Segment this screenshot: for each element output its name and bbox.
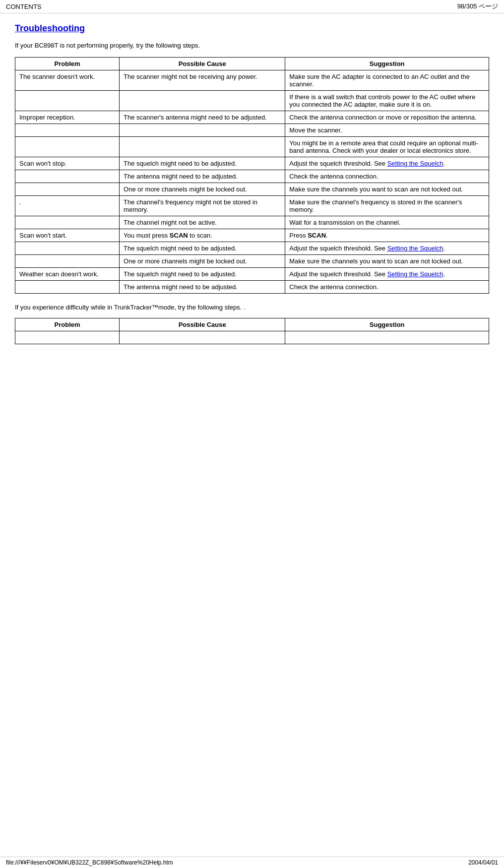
table-cell-cause: The antenna might need to be adjusted. [120, 170, 285, 183]
table-cell-cause [120, 137, 285, 157]
second-intro: If you experience difficulty while in Tr… [15, 304, 489, 311]
table-cell-suggestion: Press SCAN. [285, 229, 489, 242]
th-problem-2: Problem [15, 318, 120, 331]
table-cell-suggestion: Check the antenna connection. [285, 170, 489, 183]
table-cell-suggestion: Adjust the squelch threshold. See Settin… [285, 157, 489, 170]
table-row: If there is a wall switch that controls … [15, 91, 489, 111]
table-cell-cause: The squelch might need to be adjusted. [120, 242, 285, 255]
intro-text: If your BC898T is not performing properl… [15, 42, 489, 49]
table-row: .The channel's frequency might not be st… [15, 196, 489, 216]
table-cell-problem: Scan won't start. [15, 229, 120, 242]
table-cell-problem [15, 183, 120, 196]
table-cell-cause: The squelch might need to be adjusted. [120, 157, 285, 170]
suggestion-link[interactable]: Setting the Squelch [387, 270, 443, 278]
table-cell-cause: The channel's frequency might not be sto… [120, 196, 285, 216]
table-row: Weather scan doesn't work.The squelch mi… [15, 268, 489, 281]
header-right: 98/305 ページ [457, 2, 498, 11]
th-suggestion-2: Suggestion [285, 318, 489, 331]
th-suggestion-1: Suggestion [285, 58, 489, 70]
footer-left: file:///¥¥Fileserv0¥OM¥UB322Z_BC898¥Soft… [6, 859, 173, 866]
troubleshooting-table-2: Problem Possible Cause Suggestion [15, 318, 489, 344]
table-cell-cause: One or more channels might be locked out… [120, 255, 285, 268]
table-cell-suggestion [285, 331, 489, 344]
table-row: You might be in a remote area that could… [15, 137, 489, 157]
table-row: The channel might not be active.Wait for… [15, 216, 489, 229]
main-content: Troubleshooting If your BC898T is not pe… [0, 13, 504, 374]
table-cell-cause: The channel might not be active. [120, 216, 285, 229]
table-cell-problem [15, 124, 120, 137]
header-left: CONTENTS [6, 3, 42, 10]
table-row [15, 331, 489, 344]
table-cell-cause: The antenna might need to be adjusted. [120, 281, 285, 294]
table-cell-problem: Improper reception. [15, 111, 120, 124]
table-row: Improper reception.The scanner's antenna… [15, 111, 489, 124]
table-cell-cause [120, 331, 285, 344]
suggestion-link[interactable]: Setting the Squelch [387, 160, 443, 167]
table-cell-suggestion: Wait for a transmission on the channel. [285, 216, 489, 229]
table-row: Move the scanner. [15, 124, 489, 137]
table-row: Scan won't start.You must press SCAN to … [15, 229, 489, 242]
table-row: Scan won't stop.The squelch might need t… [15, 157, 489, 170]
th-cause-2: Possible Cause [120, 318, 285, 331]
th-cause-1: Possible Cause [120, 58, 285, 70]
table-cell-suggestion: Make sure the channels you want to scan … [285, 183, 489, 196]
table-cell-cause: The scanner's antenna might need to be a… [120, 111, 285, 124]
table-cell-cause: The squelch might need to be adjusted. [120, 268, 285, 281]
table-cell-problem [15, 255, 120, 268]
table-cell-cause [120, 124, 285, 137]
table-cell-problem [15, 170, 120, 183]
table-cell-problem: . [15, 196, 120, 216]
table-cell-suggestion: You might be in a remote area that could… [285, 137, 489, 157]
th-problem-1: Problem [15, 58, 120, 70]
table-cell-cause [120, 91, 285, 111]
table-cell-cause: The scanner might not be receiving any p… [120, 70, 285, 91]
table-cell-problem: Scan won't stop. [15, 157, 120, 170]
table-cell-problem [15, 242, 120, 255]
table-cell-problem: The scanner doesn't work. [15, 70, 120, 91]
table-cell-problem [15, 137, 120, 157]
table-row: The antenna might need to be adjusted.Ch… [15, 170, 489, 183]
suggestion-link[interactable]: Setting the Squelch [387, 245, 443, 252]
header-bar: CONTENTS 98/305 ページ [0, 0, 504, 13]
table-cell-problem [15, 281, 120, 294]
table-row: The squelch might need to be adjusted.Ad… [15, 242, 489, 255]
table-cell-problem [15, 216, 120, 229]
table-cell-cause: You must press SCAN to scan. [120, 229, 285, 242]
table-cell-suggestion: If there is a wall switch that controls … [285, 91, 489, 111]
table-cell-problem [15, 91, 120, 111]
footer-right: 2004/04/01 [468, 859, 498, 866]
table-row: One or more channels might be locked out… [15, 183, 489, 196]
table-row: The scanner doesn't work.The scanner mig… [15, 70, 489, 91]
page-title: Troubleshooting [15, 23, 489, 34]
table-row: One or more channels might be locked out… [15, 255, 489, 268]
table-cell-suggestion: Adjust the squelch threshold. See Settin… [285, 242, 489, 255]
table-cell-suggestion: Make sure the channel's frequency is sto… [285, 196, 489, 216]
table-cell-suggestion: Check the antenna connection or move or … [285, 111, 489, 124]
table-cell-cause: One or more channels might be locked out… [120, 183, 285, 196]
table-cell-suggestion: Move the scanner. [285, 124, 489, 137]
table-row: The antenna might need to be adjusted.Ch… [15, 281, 489, 294]
table-cell-suggestion: Make sure the channels you want to scan … [285, 255, 489, 268]
troubleshooting-table-1: Problem Possible Cause Suggestion The sc… [15, 57, 489, 294]
table-cell-suggestion: Make sure the AC adapter is connected to… [285, 70, 489, 91]
table-cell-problem [15, 331, 120, 344]
table-cell-suggestion: Check the antenna connection. [285, 281, 489, 294]
table-cell-suggestion: Adjust the squelch threshold. See Settin… [285, 268, 489, 281]
table-cell-problem: Weather scan doesn't work. [15, 268, 120, 281]
footer-bar: file:///¥¥Fileserv0¥OM¥UB322Z_BC898¥Soft… [0, 857, 504, 868]
